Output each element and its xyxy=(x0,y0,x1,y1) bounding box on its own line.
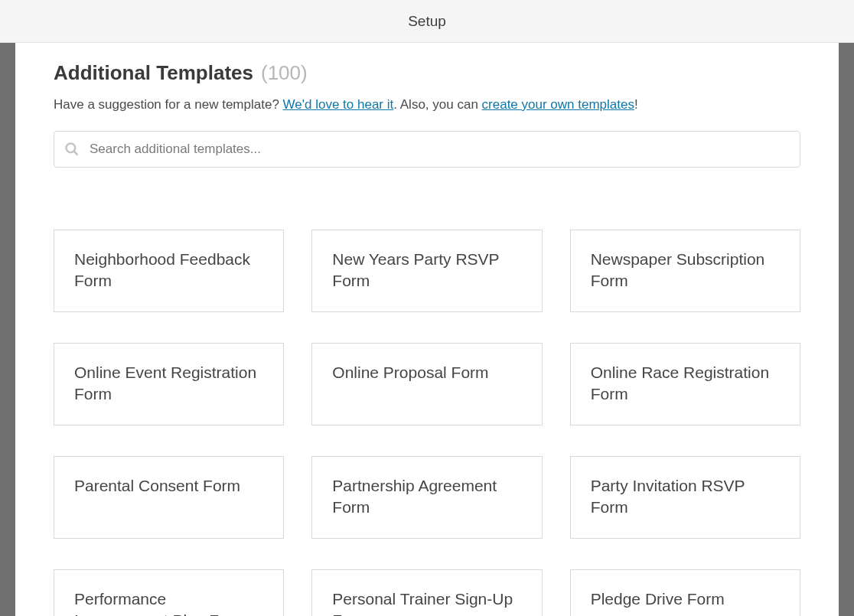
topbar: Setup xyxy=(0,0,854,43)
panel: Additional Templates (100) Have a sugges… xyxy=(15,43,839,616)
template-card-title: Parental Consent Form xyxy=(74,475,240,497)
template-card-title: Newspaper Subscription Form xyxy=(591,249,780,292)
suggestion-link[interactable]: We'd love to hear it xyxy=(283,97,394,112)
template-card[interactable]: Neighborhood Feedback Form xyxy=(54,230,284,312)
search-input[interactable] xyxy=(54,131,800,168)
subtext-suffix: ! xyxy=(634,97,638,112)
template-card[interactable]: Online Event Registration Form xyxy=(54,343,284,425)
template-card[interactable]: Personal Trainer Sign-Up Form xyxy=(311,569,542,616)
template-card[interactable]: Partnership Agreement Form xyxy=(311,456,542,539)
template-card-title: Party Invitation RSVP Form xyxy=(591,475,780,519)
template-card[interactable]: Performance Improvement Plan Form xyxy=(54,569,284,616)
template-card[interactable]: New Years Party RSVP Form xyxy=(311,230,542,312)
template-card-title: Pledge Drive Form xyxy=(591,588,725,610)
template-card-title: Personal Trainer Sign-Up Form xyxy=(332,588,521,616)
search-wrap xyxy=(54,131,800,168)
template-card-title: Online Proposal Form xyxy=(332,362,488,383)
template-card[interactable]: Parental Consent Form xyxy=(54,456,284,539)
templates-grid: Neighborhood Feedback Form New Years Par… xyxy=(54,230,800,616)
subtext: Have a suggestion for a new template? We… xyxy=(54,96,800,114)
heading-title: Additional Templates xyxy=(54,61,253,85)
page-heading: Additional Templates (100) xyxy=(54,61,800,85)
template-card-title: Online Race Registration Form xyxy=(591,362,780,406)
template-card[interactable]: Newspaper Subscription Form xyxy=(570,230,800,312)
template-card-title: New Years Party RSVP Form xyxy=(332,249,521,292)
heading-count: (100) xyxy=(261,61,308,85)
template-card[interactable]: Online Race Registration Form xyxy=(570,343,800,425)
template-card-title: Performance Improvement Plan Form xyxy=(74,588,263,616)
template-card[interactable]: Pledge Drive Form xyxy=(570,569,800,616)
subtext-prefix: Have a suggestion for a new template? xyxy=(54,97,283,112)
template-card-title: Neighborhood Feedback Form xyxy=(74,249,263,292)
template-card[interactable]: Online Proposal Form xyxy=(311,343,542,425)
topbar-title: Setup xyxy=(408,13,446,30)
template-card[interactable]: Party Invitation RSVP Form xyxy=(570,456,800,539)
create-templates-link[interactable]: create your own templates xyxy=(482,97,634,112)
template-card-title: Partnership Agreement Form xyxy=(332,475,521,519)
templates-scroll-area[interactable]: Neighborhood Feedback Form New Years Par… xyxy=(54,191,813,616)
subtext-mid: . Also, you can xyxy=(393,97,481,112)
template-card-title: Online Event Registration Form xyxy=(74,362,263,406)
outer-frame: Additional Templates (100) Have a sugges… xyxy=(0,43,854,616)
content-header: Additional Templates (100) Have a sugges… xyxy=(15,43,839,168)
